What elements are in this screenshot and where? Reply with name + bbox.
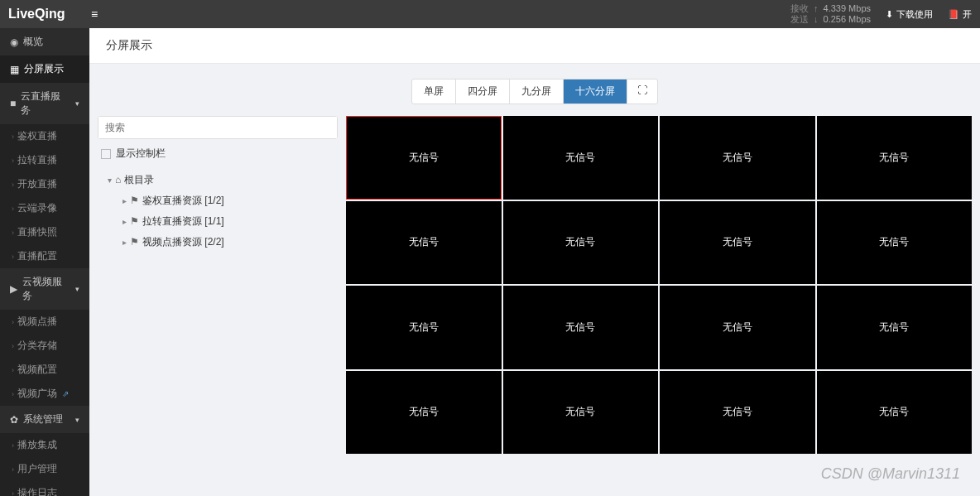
chevron-down-icon: ▾: [75, 416, 79, 424]
sidebar-subitem-开放直播[interactable]: ›开放直播: [0, 172, 89, 196]
tree-node[interactable]: ▸⚑拉转直播资源 [1/1]: [98, 211, 338, 232]
sidebar-subitem-拉转直播[interactable]: ›拉转直播: [0, 148, 89, 172]
gear-icon: ✿: [10, 414, 18, 426]
chevron-right-icon: ›: [12, 318, 14, 326]
sitemap-icon: ⚑: [130, 236, 139, 248]
checkbox-icon[interactable]: [101, 149, 111, 159]
caret-down-icon: ▾: [108, 176, 112, 185]
video-grid: 无信号无信号无信号无信号无信号无信号无信号无信号无信号无信号无信号无信号无信号无…: [346, 116, 972, 454]
chevron-right-icon: ›: [12, 229, 14, 237]
sidebar-subitem-分类存储[interactable]: ›分类存储: [0, 334, 89, 358]
layout-btn-十六分屏[interactable]: 十六分屏: [563, 79, 627, 104]
caret-right-icon: ▸: [122, 196, 127, 205]
caret-right-icon: ▸: [122, 238, 127, 247]
chevron-right-icon: ›: [12, 132, 14, 141]
external-link-icon: ⇗: [62, 389, 69, 398]
recv-value: 4.339 Mbps: [824, 3, 871, 14]
video-cell-3[interactable]: 无信号: [817, 116, 973, 200]
sidebar-item-概览[interactable]: ◉概览: [0, 28, 89, 55]
layout-button-row: 单屏四分屏九分屏十六分屏⛶: [98, 74, 972, 116]
tree-node[interactable]: ▸⚑视频点播资源 [2/2]: [98, 232, 338, 253]
chevron-right-icon: ›: [12, 181, 14, 189]
video-cell-6[interactable]: 无信号: [660, 201, 815, 285]
send-label: 发送: [790, 14, 809, 25]
top-right: 接收 ↑ 4.339 Mbps 发送 ↓ 0.256 Mbps ⬇ 下载使用 📕…: [790, 3, 972, 25]
download-link[interactable]: ⬇ 下载使用: [886, 8, 933, 21]
sidebar-item-系统管理[interactable]: ✿系统管理▾: [0, 406, 89, 433]
chevron-right-icon: ›: [12, 253, 14, 261]
home-icon: ⌂: [115, 174, 121, 185]
arrow-down-icon: ↓: [814, 14, 819, 25]
search-box: [98, 116, 338, 139]
fullscreen-button[interactable]: ⛶: [627, 79, 657, 104]
open-link[interactable]: 📕 开: [948, 8, 972, 21]
layout-btn-四分屏[interactable]: 四分屏: [455, 79, 509, 104]
chevron-right-icon: ›: [12, 465, 14, 474]
sidebar-subitem-云端录像[interactable]: ›云端录像: [0, 196, 89, 220]
layout-btn-九分屏[interactable]: 九分屏: [509, 79, 563, 104]
layout-btn-单屏[interactable]: 单屏: [412, 79, 455, 104]
video-cell-11[interactable]: 无信号: [817, 286, 973, 369]
show-controls-row[interactable]: 显示控制栏: [98, 139, 338, 168]
video-cell-14[interactable]: 无信号: [660, 371, 815, 455]
page-body: 单屏四分屏九分屏十六分屏⛶ 显示控制栏 ▾⌂根目录▸⚑鉴权直播资源 [1/2]▸…: [89, 64, 980, 496]
sidebar-subitem-视频点播[interactable]: ›视频点播: [0, 310, 89, 334]
sidebar-subitem-播放集成[interactable]: ›播放集成: [0, 433, 89, 457]
search-input[interactable]: [98, 117, 337, 138]
brand: LiveQing: [8, 7, 83, 22]
video-cell-5[interactable]: 无信号: [503, 201, 659, 285]
chevron-right-icon: ›: [12, 489, 14, 497]
chevron-down-icon: ▾: [75, 99, 79, 108]
chevron-right-icon: ›: [12, 157, 14, 165]
video-cell-4[interactable]: 无信号: [346, 201, 502, 285]
arrow-up-icon: ↑: [814, 3, 819, 14]
video-cell-2[interactable]: 无信号: [660, 116, 815, 200]
video-cell-12[interactable]: 无信号: [346, 371, 502, 455]
recv-label: 接收: [790, 3, 809, 14]
dashboard-icon: ◉: [10, 36, 18, 48]
video-cell-9[interactable]: 无信号: [503, 286, 659, 369]
layout-button-group: 单屏四分屏九分屏十六分屏⛶: [411, 79, 658, 104]
bandwidth-stats: 接收 ↑ 4.339 Mbps 发送 ↓ 0.256 Mbps: [790, 3, 871, 25]
chevron-down-icon: ▾: [75, 285, 79, 293]
sidebar-subitem-直播快照[interactable]: ›直播快照: [0, 220, 89, 244]
video-cell-1[interactable]: 无信号: [503, 116, 659, 200]
sitemap-icon: ⚑: [130, 215, 139, 227]
sidebar-subitem-用户管理[interactable]: ›用户管理: [0, 457, 89, 481]
tree-root[interactable]: ▾⌂根目录: [98, 170, 338, 190]
sidebar: ◉概览▦分屏展示■云直播服务▾›鉴权直播›拉转直播›开放直播›云端录像›直播快照…: [0, 28, 89, 496]
send-value: 0.256 Mbps: [824, 14, 871, 25]
book-icon: 📕: [948, 9, 959, 20]
top-bar: LiveQing ≡ 接收 ↑ 4.339 Mbps 发送 ↓ 0.256 Mb…: [0, 0, 980, 28]
caret-right-icon: ▸: [122, 217, 127, 226]
download-icon: ⬇: [886, 9, 893, 20]
sidebar-item-云视频服务[interactable]: ▶云视频服务▾: [0, 268, 89, 310]
show-controls-label: 显示控制栏: [116, 147, 166, 161]
video-cell-13[interactable]: 无信号: [503, 371, 659, 455]
video-cell-8[interactable]: 无信号: [346, 286, 502, 369]
play-icon: ▶: [10, 283, 17, 295]
video-cell-0[interactable]: 无信号: [346, 116, 502, 200]
video-cell-15[interactable]: 无信号: [817, 371, 973, 455]
sidebar-subitem-直播配置[interactable]: ›直播配置: [0, 244, 89, 268]
sidebar-subitem-鉴权直播[interactable]: ›鉴权直播: [0, 124, 89, 148]
chevron-right-icon: ›: [12, 205, 14, 213]
chevron-right-icon: ›: [12, 366, 14, 374]
sidebar-subitem-视频配置[interactable]: ›视频配置: [0, 358, 89, 382]
page-title: 分屏展示: [89, 28, 980, 64]
video-cell-10[interactable]: 无信号: [660, 286, 815, 369]
sidebar-item-云直播服务[interactable]: ■云直播服务▾: [0, 83, 89, 124]
hamburger-icon[interactable]: ≡: [91, 7, 98, 21]
chevron-right-icon: ›: [12, 441, 14, 450]
sidebar-item-分屏展示[interactable]: ▦分屏展示: [0, 55, 89, 83]
chevron-right-icon: ›: [12, 342, 14, 350]
sitemap-icon: ⚑: [130, 195, 139, 206]
resource-tree: ▾⌂根目录▸⚑鉴权直播资源 [1/2]▸⚑拉转直播资源 [1/1]▸⚑视频点播资…: [98, 168, 338, 254]
video-icon: ■: [10, 98, 16, 109]
tree-node[interactable]: ▸⚑鉴权直播资源 [1/2]: [98, 190, 338, 211]
sidebar-subitem-操作日志[interactable]: ›操作日志: [0, 481, 89, 496]
fullscreen-icon: ⛶: [637, 84, 647, 96]
content: 分屏展示 单屏四分屏九分屏十六分屏⛶ 显示控制栏 ▾⌂根目录▸⚑: [89, 28, 980, 496]
sidebar-subitem-视频广场[interactable]: ›视频广场⇗: [0, 382, 89, 406]
video-cell-7[interactable]: 无信号: [817, 201, 973, 285]
